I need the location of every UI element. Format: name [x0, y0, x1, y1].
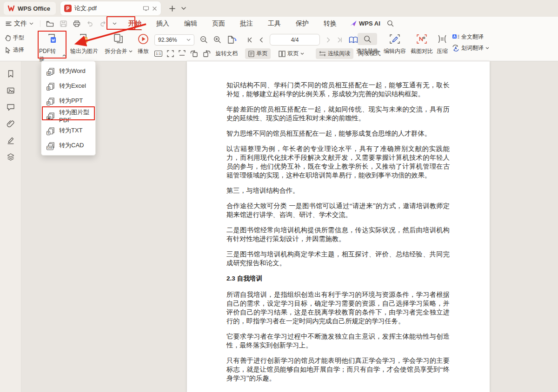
section-heading: 2.3 自我培训 [226, 274, 450, 283]
menu-item-label: 转为TXT [59, 126, 83, 135]
paragraph: 二是图书馆经常向培训机构提供所需信息，传达实际状况，然后由培训机构有针对性地进行… [226, 226, 450, 243]
pdf-convert-button[interactable]: PDF转换 [39, 33, 66, 63]
menu-item-convert-to-txt[interactable]: T 转为TXT [41, 123, 95, 138]
rotate-page-icon[interactable] [227, 35, 237, 44]
pdf-page: 知识结构不同、学科门类不同的馆员相互搭配在一起，能够互通有无，取长补短，能够建立… [187, 61, 490, 392]
search-icon[interactable] [387, 20, 394, 27]
rotate-right-icon[interactable] [203, 50, 211, 57]
paragraph: 三是图书馆与培训机构商定学术主题，相互探讨、评价、总结经验、共同完成研究报告和论… [226, 250, 450, 268]
full-translate-button[interactable]: 全文翻译 [452, 33, 489, 41]
single-page-icon [248, 51, 254, 57]
redo-icon[interactable] [100, 21, 106, 26]
tab-convert[interactable]: 转换 [322, 19, 338, 29]
layers-icon[interactable] [7, 153, 15, 161]
continuous-read-button[interactable]: 连续阅读 [316, 48, 353, 59]
ribbon-tabs: 开始 插入 编辑 页面 批注 工具 保护 转换 [127, 19, 338, 29]
comment-icon[interactable] [7, 103, 15, 111]
export-image-button[interactable]: 输出为图片 [68, 33, 100, 55]
chevron-down-icon [29, 22, 33, 25]
paragraph: 知识结构不同、学科门类不同的馆员相互搭配在一起，能够互通有无，取长补短，能够建立… [226, 81, 450, 98]
tab-tools[interactable]: 工具 [266, 19, 282, 29]
fit-width-icon[interactable] [179, 50, 186, 57]
zoom-out-icon[interactable] [200, 36, 208, 44]
first-page-icon[interactable] [247, 37, 253, 43]
compress-icon [437, 35, 447, 43]
zoom-level-value: 92.36% [158, 37, 177, 43]
document-tab[interactable]: P 论文.pdf [60, 1, 161, 15]
menu-item-convert-to-ppt[interactable]: P 转为PPT [41, 93, 95, 108]
window-mode-icon[interactable] [143, 6, 149, 11]
tab-annotate[interactable]: 批注 [239, 19, 254, 29]
zoom-level-combobox[interactable]: 92.36% [154, 34, 194, 46]
compress-button[interactable]: 压缩 [435, 33, 449, 55]
menu-item-convert-to-excel[interactable]: S 转为Excel [41, 78, 95, 93]
paragraph: 合作途径大致可分类 一是图书馆可以通过“请进来”的方式，邀请培训教师定期来馆进行… [226, 202, 450, 219]
signature-icon[interactable] [7, 136, 15, 144]
paragraph: 只有善于进行创新学习的馆员才能表明他们真正学会学习，学会学习的主要标志，就是让馆… [226, 356, 450, 383]
image-pdf-file-icon: ▦ [47, 112, 55, 120]
quick-access-bar [40, 20, 117, 27]
rotate-left-icon[interactable] [190, 50, 198, 57]
screenshot-compare-button[interactable]: 截图对比 [409, 33, 434, 55]
paragraph: 智力思维不同的馆员相互搭配在一起，能够形成复合思维的人才群体。 [226, 129, 450, 138]
wps-home-button[interactable]: WPS Office [4, 2, 56, 15]
word-translate-label: 划词翻译 [461, 44, 484, 52]
toolbar: 手型 选择 PDF转换 输出为图片 拆分合并 播放 92.36% [0, 30, 558, 61]
file-menu[interactable]: 文件 [6, 20, 33, 28]
menu-item-label: 转为PPT [59, 97, 83, 105]
zoom-in-icon[interactable] [213, 36, 221, 44]
select-tool-button[interactable]: 选择 [5, 46, 24, 54]
tab-page[interactable]: 页面 [211, 19, 226, 29]
fit-page-icon[interactable] [167, 50, 174, 57]
quickbar-chevron-icon[interactable] [113, 22, 117, 25]
new-tab-button[interactable] [166, 5, 178, 12]
chevron-down-icon [485, 47, 489, 49]
tab-home[interactable]: 开始 [127, 19, 143, 29]
word-translate-button[interactable]: 划词翻译 [452, 44, 489, 52]
tab-insert[interactable]: 插入 [155, 19, 171, 29]
attachment-icon[interactable] [7, 119, 15, 128]
chevron-down-icon [186, 39, 191, 41]
prev-page-icon[interactable] [259, 37, 263, 43]
screenshot-compare-label: 截图对比 [411, 47, 433, 55]
double-page-label: 双页 [287, 50, 299, 58]
document-canvas[interactable]: 知识结构不同、学科门类不同的馆员相互搭配在一起，能够互通有无，取长补短，能够建立… [21, 61, 558, 392]
menu-item-label: 转为Excel [59, 82, 86, 90]
next-page-icon[interactable] [326, 37, 330, 43]
play-button[interactable]: 播放 [136, 33, 151, 55]
paragraph: 它要求学习者在学习过程中不断激发独立自主意识，发挥主体能动性与创造性，最终落实到… [226, 332, 450, 350]
cursor-icon [5, 47, 11, 53]
full-translate-label: 全文翻译 [461, 33, 484, 41]
undo-icon[interactable] [86, 21, 93, 26]
rotate-doc-button[interactable]: 旋转文档 [215, 50, 238, 58]
actual-size-icon[interactable]: 1:1 [154, 51, 162, 57]
word-file-icon: W [47, 67, 55, 75]
tab-protect[interactable]: 保护 [294, 19, 310, 29]
hand-tool-button[interactable]: 手型 [5, 34, 24, 42]
menu-item-convert-to-cad[interactable]: CAD 转为CAD [41, 138, 95, 153]
word-translate-icon [452, 45, 459, 52]
last-page-icon[interactable] [337, 37, 342, 43]
menu-item-convert-to-word[interactable]: W 转为Word [41, 64, 95, 78]
single-page-label: 单页 [256, 50, 267, 58]
split-merge-button[interactable]: 拆分合并 [103, 33, 134, 55]
pdf-file-icon: P [64, 5, 72, 12]
continuous-read-label: 连续阅读 [328, 50, 350, 58]
close-tab-icon[interactable] [152, 6, 157, 11]
bookmark-icon[interactable] [7, 70, 15, 78]
tab-edit[interactable]: 编辑 [183, 19, 199, 29]
edit-content-button[interactable]: 编辑内容 [382, 33, 407, 55]
open-folder-icon[interactable] [46, 20, 54, 27]
save-icon[interactable] [60, 20, 67, 27]
edit-content-label: 编辑内容 [384, 47, 406, 55]
full-translate-icon [452, 34, 459, 40]
page-number-input[interactable] [270, 34, 320, 46]
find-replace-button[interactable]: 查找替换 [354, 33, 380, 55]
menu-item-convert-to-image-pdf[interactable]: ▦ 转为图片型PDF [41, 108, 95, 123]
single-page-button[interactable]: 单页 [245, 48, 271, 59]
thumbnail-icon[interactable] [7, 86, 15, 95]
print-icon[interactable] [73, 20, 80, 27]
double-page-button[interactable]: 双页 [275, 48, 307, 59]
tab-list-chevron-icon[interactable] [181, 7, 186, 10]
wps-ai-button[interactable]: WPS AI [350, 20, 380, 27]
